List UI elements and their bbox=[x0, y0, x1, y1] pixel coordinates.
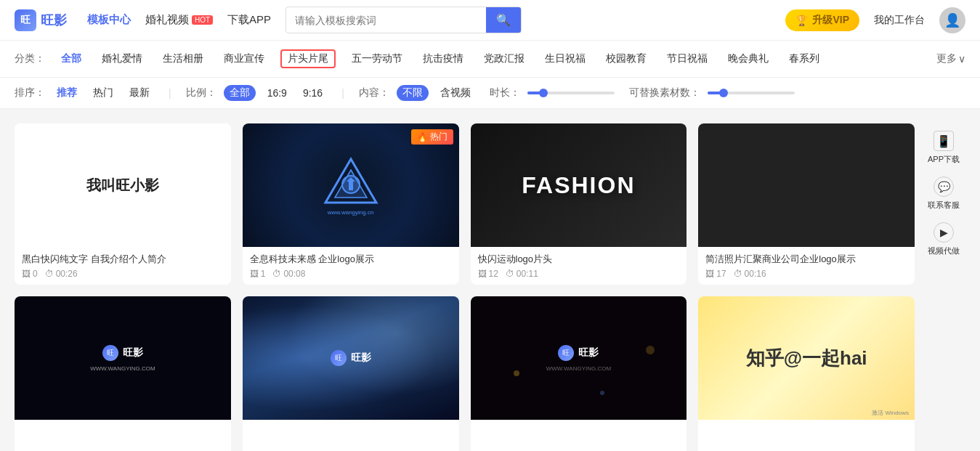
logo-icon: 旺 bbox=[15, 9, 36, 31]
cat-gala[interactable]: 晚会典礼 bbox=[724, 51, 773, 67]
card-2-title: 全息科技未来感 企业logo展示 bbox=[250, 253, 452, 266]
cat-epidemic[interactable]: 抗击疫情 bbox=[418, 51, 468, 67]
zhihu-main-text: 知乎@一起hai bbox=[746, 346, 867, 371]
bcard-2-logo-icon: 旺 bbox=[331, 350, 347, 366]
ratio-9-16[interactable]: 9:16 bbox=[299, 86, 327, 100]
cat-birthday[interactable]: 生日祝福 bbox=[540, 51, 590, 67]
sort-hot[interactable]: 热门 bbox=[89, 85, 118, 101]
card-grid: 我叫旺小影 黑白快闪纯文字 自我介绍个人简介 🖼 0 ⏱ 00:26 bbox=[15, 123, 915, 285]
sort-latest[interactable]: 最新 bbox=[125, 85, 154, 101]
fashion-text: FASHION bbox=[522, 172, 635, 199]
customer-service-item[interactable]: 💬 联系客服 bbox=[928, 176, 960, 211]
cat-festival[interactable]: 节日祝福 bbox=[663, 51, 712, 67]
card-4-info: 简洁照片汇聚商业公司企业logo展示 🖼 17 ⏱ 00:16 bbox=[698, 247, 915, 285]
ratio-16-9[interactable]: 16:9 bbox=[263, 86, 291, 100]
nav-download-app[interactable]: 下载APP bbox=[227, 13, 271, 27]
card-2-duration: ⏱ 00:08 bbox=[272, 269, 305, 279]
content-unlimited[interactable]: 不限 bbox=[397, 85, 429, 101]
app-download-label: APP下载 bbox=[928, 154, 960, 165]
card-4-duration: ⏱ 00:16 bbox=[734, 269, 766, 279]
card-4-title: 简洁照片汇聚商业公司企业logo展示 bbox=[705, 253, 907, 266]
cat-business[interactable]: 商业宣传 bbox=[219, 51, 269, 67]
card-1-meta: 🖼 0 ⏱ 00:26 bbox=[22, 269, 224, 279]
card-2-replace: 🖼 1 bbox=[250, 269, 266, 279]
sort-recommend[interactable]: 推荐 bbox=[52, 85, 81, 101]
bcard-3-url: WWW.WANGYING.COM bbox=[546, 365, 611, 372]
replace-icon: 🖼 bbox=[22, 269, 31, 279]
card-3-title: 快闪运动logo片头 bbox=[478, 253, 680, 266]
sort-label: 排序： bbox=[15, 86, 45, 99]
more-button[interactable]: 更多 ∨ bbox=[936, 52, 965, 65]
bcard-2-logo: 旺 旺影 bbox=[331, 350, 371, 366]
bcard-3-logo-text: 旺影 bbox=[578, 346, 599, 359]
content-area: 我叫旺小影 黑白快闪纯文字 自我介绍个人简介 🖼 0 ⏱ 00:26 bbox=[15, 123, 915, 451]
card-2[interactable]: 🔥 热门 www.wangying.cn bbox=[243, 123, 459, 285]
card-4-thumb bbox=[698, 123, 915, 247]
card-4-replace: 🖼 17 bbox=[705, 269, 726, 279]
card-4[interactable]: 简洁照片汇聚商业公司企业logo展示 🖼 17 ⏱ 00:16 bbox=[698, 123, 915, 285]
replace-icon2: 🖼 bbox=[250, 269, 259, 279]
avatar[interactable]: 👤 bbox=[939, 7, 965, 33]
card-2-thumb: 🔥 热门 www.wangying.cn bbox=[243, 123, 459, 247]
bcard-4[interactable]: 知乎@一起hai 激活 Windows bbox=[698, 296, 915, 451]
card-1-info: 黑白快闪纯文字 自我介绍个人简介 🖼 0 ⏱ 00:26 bbox=[15, 247, 231, 285]
bcard-1-thumb: 旺 旺影 WWW.WANGYING.COM bbox=[15, 296, 231, 420]
chevron-down-icon: ∨ bbox=[958, 53, 965, 65]
card-3[interactable]: FASHION 快闪运动logo片头 🖼 12 ⏱ 00:11 bbox=[471, 123, 687, 285]
bcard-1-logo-text: 旺影 bbox=[123, 346, 143, 359]
replace-icon3: 🖼 bbox=[478, 269, 487, 279]
video-create-item[interactable]: ▶ 视频代做 bbox=[928, 222, 960, 256]
bcard-3[interactable]: 旺 旺影 WWW.WANGYING.COM bbox=[471, 296, 687, 451]
cat-wedding[interactable]: 婚礼爱情 bbox=[97, 51, 147, 67]
vip-button[interactable]: 🏆 升级VIP bbox=[785, 9, 859, 31]
play-icon: ▶ bbox=[934, 222, 954, 243]
card-3-thumb: FASHION bbox=[471, 123, 687, 247]
bcard-3-logo-icon: 旺 bbox=[558, 345, 574, 361]
app-download-item[interactable]: 📱 APP下载 bbox=[928, 131, 960, 165]
windows-activation: 激活 Windows bbox=[872, 409, 909, 417]
cat-campus[interactable]: 校园教育 bbox=[602, 51, 651, 67]
bcard-2-spacer bbox=[250, 426, 452, 451]
cat-opening[interactable]: 片头片尾 bbox=[280, 49, 336, 68]
nav-template-center[interactable]: 模板中心 bbox=[87, 13, 131, 27]
cat-spring[interactable]: 春系列 bbox=[785, 51, 824, 67]
more-label: 更多 bbox=[936, 52, 957, 65]
chat-icon: 💬 bbox=[934, 176, 954, 197]
duration-slider[interactable] bbox=[527, 92, 615, 94]
duration-dot bbox=[539, 89, 548, 97]
card-3-meta: 🖼 12 ⏱ 00:11 bbox=[478, 269, 680, 279]
header: 旺 旺影 模板中心 婚礼视频 HOT 下载APP 🔍 🏆 升级VIP 我的工作台… bbox=[0, 0, 980, 41]
search-input[interactable] bbox=[286, 9, 486, 32]
bcard-1-spacer bbox=[22, 426, 224, 451]
duration-label: 时长： bbox=[490, 86, 520, 99]
search-button[interactable]: 🔍 bbox=[486, 7, 521, 33]
card-1[interactable]: 我叫旺小影 黑白快闪纯文字 自我介绍个人简介 🖼 0 ⏱ 00:26 bbox=[15, 123, 231, 285]
bcard-2-info bbox=[243, 420, 459, 451]
bcard-2-logo-text: 旺影 bbox=[351, 352, 371, 365]
replaceable-slider[interactable] bbox=[708, 92, 795, 94]
clock-icon2: ⏱ bbox=[272, 269, 281, 279]
bcard-1-logo: 旺 旺影 bbox=[102, 345, 143, 361]
logo[interactable]: 旺 旺影 bbox=[15, 9, 73, 31]
main-content: 我叫旺小影 黑白快闪纯文字 自我介绍个人简介 🖼 0 ⏱ 00:26 bbox=[0, 109, 980, 451]
content-with-video[interactable]: 含视频 bbox=[436, 85, 475, 101]
cat-all[interactable]: 全部 bbox=[57, 51, 86, 67]
clock-icon4: ⏱ bbox=[734, 269, 742, 279]
bcard-1[interactable]: 旺 旺影 WWW.WANGYING.COM bbox=[15, 296, 231, 451]
card-2-info: 全息科技未来感 企业logo展示 🖼 1 ⏱ 00:08 bbox=[243, 247, 459, 285]
card-1-replace: 🖼 0 bbox=[22, 269, 38, 279]
ratio-all[interactable]: 全部 bbox=[224, 85, 256, 101]
cat-holiday[interactable]: 五一劳动节 bbox=[347, 51, 407, 67]
side-panel: 📱 APP下载 💬 联系客服 ▶ 视频代做 bbox=[922, 123, 965, 451]
content-label: 内容： bbox=[359, 86, 389, 99]
nav-wedding-video[interactable]: 婚礼视频 HOT bbox=[145, 13, 213, 27]
cat-party[interactable]: 党政汇报 bbox=[479, 51, 529, 67]
cat-life[interactable]: 生活相册 bbox=[158, 51, 208, 67]
replace-icon4: 🖼 bbox=[705, 269, 714, 279]
category-label: 分类： bbox=[15, 52, 45, 65]
bcard-2[interactable]: 旺 旺影 bbox=[243, 296, 459, 451]
divider2: | bbox=[341, 87, 344, 99]
workspace-link[interactable]: 我的工作台 bbox=[874, 14, 925, 27]
card-3-replace: 🖼 12 bbox=[478, 269, 498, 279]
vip-icon: 🏆 bbox=[795, 15, 808, 26]
